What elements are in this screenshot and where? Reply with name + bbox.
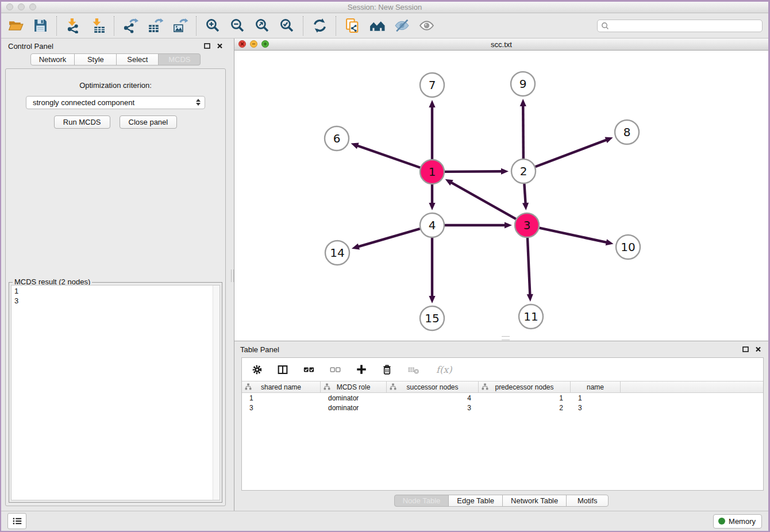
close-table-panel-icon[interactable] xyxy=(755,345,761,354)
list-icon xyxy=(11,515,23,527)
edge-2-9[interactable] xyxy=(523,105,523,159)
table-panel: Table Panel f(x) shared nameMCDS rolesuc… xyxy=(234,341,768,511)
vertical-splitter[interactable] xyxy=(230,38,234,511)
close-panel-button[interactable]: Close panel xyxy=(120,115,178,129)
zoom-out-button[interactable] xyxy=(229,17,246,35)
column-header-name[interactable]: name xyxy=(571,381,621,392)
node-label: 1 xyxy=(429,165,436,179)
cell-shared-name: 3 xyxy=(242,404,321,412)
tab-network[interactable]: Network xyxy=(30,53,75,65)
session-title: Session: New Session xyxy=(348,3,422,11)
canvas-resize-handle[interactable] xyxy=(502,336,510,340)
hide-selected-button[interactable] xyxy=(393,17,410,35)
table-settings-button[interactable] xyxy=(252,364,263,375)
float-table-panel-icon[interactable] xyxy=(742,345,749,354)
select-all-columns-button[interactable] xyxy=(303,364,315,375)
table-row[interactable]: 3dominator323 xyxy=(242,403,763,413)
edge-4-14[interactable] xyxy=(358,229,420,247)
zoom-selected-icon xyxy=(279,18,295,33)
duplicate-network-button[interactable] xyxy=(344,17,361,35)
column-header-mcds-role[interactable]: MCDS role xyxy=(321,381,387,392)
zoom-in-button[interactable] xyxy=(204,17,221,35)
node-14[interactable]: 14 xyxy=(325,241,349,265)
zoom-network-button[interactable] xyxy=(261,40,269,48)
edge-2-8[interactable] xyxy=(536,140,607,167)
tab-network-table[interactable]: Network Table xyxy=(502,495,567,507)
node-4[interactable]: 4 xyxy=(420,213,444,237)
delete-column-button[interactable] xyxy=(382,364,392,375)
import-table-button[interactable] xyxy=(89,17,106,35)
close-panel-icon[interactable] xyxy=(217,42,223,51)
tab-motifs[interactable]: Motifs xyxy=(566,495,609,507)
split-panel-button[interactable] xyxy=(277,364,288,375)
tab-style[interactable]: Style xyxy=(74,53,117,65)
export-image-button[interactable] xyxy=(171,17,188,35)
table-panel-header: Table Panel xyxy=(234,341,768,357)
column-header-successor-nodes[interactable]: successor nodes xyxy=(387,381,479,392)
edge-3-10[interactable] xyxy=(540,228,607,243)
tab-mcds[interactable]: MCDS xyxy=(158,53,201,65)
node-7[interactable]: 7 xyxy=(420,73,444,97)
node-15[interactable]: 15 xyxy=(420,306,444,330)
window-titlebar: Session: New Session xyxy=(1,2,768,13)
edge-arrowhead xyxy=(605,137,613,143)
select-all-columns-icon xyxy=(303,364,315,375)
edge-arrowhead xyxy=(501,168,509,175)
zoom-window-button[interactable] xyxy=(29,3,36,10)
minimize-network-button[interactable] xyxy=(250,40,257,48)
memory-button[interactable]: Memory xyxy=(713,514,762,529)
column-header-predecessor-nodes[interactable]: predecessor nodes xyxy=(479,381,571,392)
network-canvas[interactable]: 7968124314101511 xyxy=(234,51,768,341)
node-9[interactable]: 9 xyxy=(511,72,535,96)
float-panel-icon[interactable] xyxy=(204,42,210,51)
edge-1-2[interactable] xyxy=(445,171,502,172)
node-1[interactable]: 1 xyxy=(420,160,444,184)
node-label: 10 xyxy=(621,240,635,254)
show-all-button[interactable] xyxy=(418,17,435,35)
add-column-button[interactable] xyxy=(356,364,367,375)
task-history-button[interactable] xyxy=(7,513,26,529)
node-2[interactable]: 2 xyxy=(511,159,536,183)
cell-predecessor-nodes: 1 xyxy=(479,394,571,402)
export-network-button[interactable] xyxy=(122,17,139,35)
tab-edge-table[interactable]: Edge Table xyxy=(448,495,503,507)
run-mcds-button[interactable]: Run MCDS xyxy=(54,115,110,129)
result-scrollbar[interactable] xyxy=(213,286,220,500)
edge-3-1[interactable] xyxy=(451,182,516,219)
toolbar-separator xyxy=(56,16,57,36)
node-label: 4 xyxy=(429,218,436,232)
unselect-all-columns-icon xyxy=(329,364,341,375)
minimize-window-button[interactable] xyxy=(18,3,25,10)
open-session-button[interactable] xyxy=(7,17,24,35)
node-6[interactable]: 6 xyxy=(325,126,349,151)
zoom-selected-button[interactable] xyxy=(278,17,295,35)
table-row[interactable]: 1dominator411 xyxy=(242,393,763,403)
first-neighbors-button[interactable] xyxy=(368,17,386,35)
edge-1-6[interactable] xyxy=(357,145,420,168)
tab-node-table[interactable]: Node Table xyxy=(394,495,449,507)
delete-table-button xyxy=(407,364,421,375)
export-table-button[interactable] xyxy=(147,17,164,35)
search-input[interactable] xyxy=(597,20,763,32)
memory-status-icon xyxy=(718,518,725,525)
edge-2-3[interactable] xyxy=(524,184,525,204)
unselect-all-columns-button[interactable] xyxy=(329,364,341,375)
node-11[interactable]: 11 xyxy=(519,304,543,329)
node-label: 7 xyxy=(429,78,436,92)
column-header-shared-name[interactable]: shared name xyxy=(242,381,321,392)
column-tree-icon xyxy=(482,383,488,390)
edge-arrowhead xyxy=(351,143,359,149)
edge-3-11[interactable] xyxy=(528,238,530,295)
mcds-result-area[interactable]: 1 3 xyxy=(11,285,220,500)
node-10[interactable]: 10 xyxy=(616,235,640,259)
zoom-fit-button[interactable] xyxy=(253,17,271,35)
tab-select[interactable]: Select xyxy=(116,53,159,65)
node-8[interactable]: 8 xyxy=(615,120,639,144)
close-network-button[interactable] xyxy=(238,40,246,48)
refresh-view-button[interactable] xyxy=(311,17,328,35)
close-window-button[interactable] xyxy=(6,3,13,10)
import-network-button[interactable] xyxy=(64,17,82,35)
save-session-button[interactable] xyxy=(32,17,49,35)
criterion-select[interactable]: strongly connected component xyxy=(26,96,205,109)
node-3[interactable]: 3 xyxy=(515,213,539,237)
